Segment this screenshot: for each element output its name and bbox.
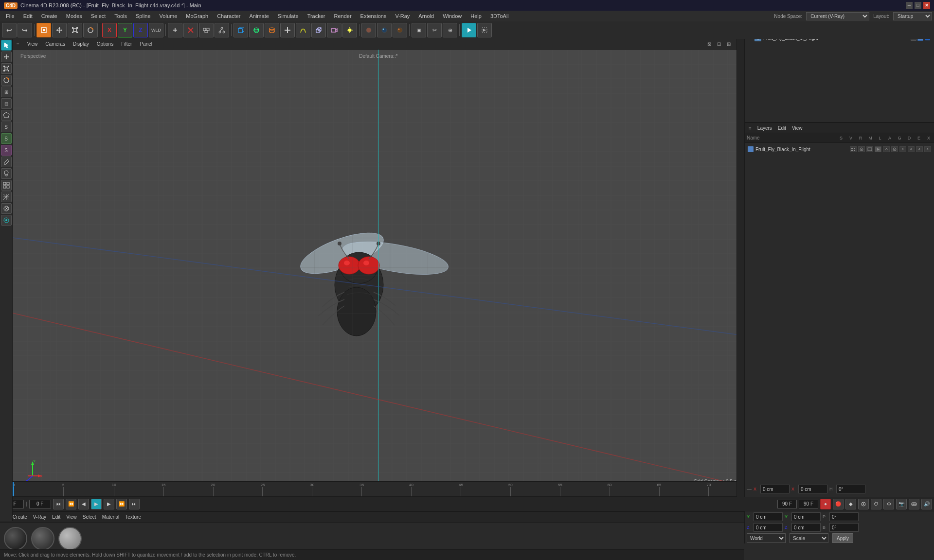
object-mode-button[interactable] (36, 23, 51, 37)
left-grid2-tool[interactable] (1, 192, 12, 202)
cylinder-button[interactable] (265, 23, 279, 37)
mat-menu-vray[interactable]: V-Ray (31, 514, 48, 520)
maximize-button[interactable]: □ (915, 2, 921, 9)
play-first-button[interactable]: ⏮ (53, 499, 64, 509)
world-dropdown[interactable]: World Object Local (747, 533, 786, 543)
frame-start[interactable] (29, 500, 51, 508)
parent-button[interactable] (215, 23, 229, 37)
layer-icon-g[interactable]: ✗ (899, 146, 906, 152)
key-button[interactable]: ◆ (845, 499, 856, 509)
menu-help[interactable]: Help (467, 12, 485, 20)
vp-icon-3[interactable]: ⊞ (725, 40, 733, 48)
menu-select[interactable]: Select (87, 12, 110, 20)
motion-button[interactable] (858, 499, 869, 509)
layer-icon-e[interactable]: ✗ (916, 146, 923, 152)
pos-z2-field[interactable] (791, 523, 821, 532)
play-prev-frame-button[interactable]: ◀ (78, 499, 89, 509)
menu-vray[interactable]: V-Ray (391, 12, 413, 20)
pos-y2-field[interactable] (791, 512, 821, 521)
vp-icon-1[interactable]: ⊠ (705, 40, 713, 48)
pos-y-field[interactable] (754, 512, 783, 521)
left-polygon-tool[interactable] (1, 110, 12, 121)
menu-character[interactable]: Character (213, 12, 244, 20)
sound-button[interactable]: 🔊 (921, 499, 932, 509)
delete-object-button[interactable] (183, 23, 198, 37)
node-space-dropdown[interactable]: Current (V-Ray) (806, 12, 869, 20)
viewport-menu-options[interactable]: Options (95, 41, 115, 47)
vr-button[interactable] (909, 499, 919, 509)
left-tool-15[interactable] (1, 203, 12, 214)
menu-tools[interactable]: Tools (110, 12, 131, 20)
left-rotate-tool[interactable] (1, 75, 12, 86)
layers-menu-view[interactable]: View (790, 125, 805, 131)
layer-icon-s[interactable] (850, 146, 857, 152)
left-s2-tool[interactable]: S (1, 145, 12, 156)
size-b-field[interactable] (829, 523, 859, 532)
layer-icon-l[interactable] (883, 146, 890, 152)
scale-dropdown[interactable]: Scale Move Rotate (790, 533, 828, 543)
menu-volume[interactable]: Volume (156, 12, 181, 20)
layer-icon-r[interactable] (866, 146, 873, 152)
render-region-button[interactable] (477, 23, 492, 37)
pos-x-field[interactable] (760, 485, 790, 493)
menu-tracker[interactable]: Tracker (304, 12, 329, 20)
z-axis-button[interactable]: Z (133, 23, 148, 37)
deformer-button[interactable] (393, 23, 407, 37)
rotate-tool-button[interactable] (83, 23, 98, 37)
left-move-tool[interactable] (1, 52, 12, 62)
frame-fps-input[interactable] (799, 500, 818, 508)
vp-icon-2[interactable]: ⊡ (715, 40, 723, 48)
undo-button[interactable]: ↩ (2, 23, 17, 37)
menu-animate[interactable]: Animate (245, 12, 272, 20)
viewport-menu-display[interactable]: Display (71, 41, 91, 47)
titlebar-controls[interactable]: ─ □ ✕ (906, 2, 930, 9)
extrude-button[interactable] (311, 23, 326, 37)
x-axis-button[interactable]: X (102, 23, 117, 37)
minimize-button[interactable]: ─ (906, 2, 913, 9)
viewport-menu-filter[interactable]: Filter (119, 41, 134, 47)
play-last-button[interactable]: ⏭ (129, 499, 140, 509)
size-p-field[interactable] (829, 512, 859, 521)
select-all-button[interactable]: ▣ (412, 23, 426, 37)
menu-edit[interactable]: Edit (19, 12, 36, 20)
weld-button[interactable]: ⊕ (443, 23, 457, 37)
layer-item-fruitfly[interactable]: Fruit_Fly_Black_In_Flight ▶ (746, 144, 933, 155)
viewport-content[interactable]: Perspective Default Camera::* (13, 50, 744, 486)
mat-menu-select[interactable]: Select (81, 514, 98, 520)
left-scale-tool[interactable] (1, 63, 12, 74)
scale-tool-button[interactable] (68, 23, 82, 37)
timeline-button[interactable]: ⏱ (871, 499, 881, 509)
left-s-tool[interactable]: S (1, 133, 12, 144)
camera-button[interactable] (327, 23, 341, 37)
pos-x2-field[interactable] (798, 485, 827, 493)
material-button[interactable] (361, 23, 376, 37)
menu-mograph[interactable]: MoGraph (182, 12, 212, 20)
pos-z-field[interactable] (754, 523, 783, 532)
null-button[interactable] (280, 23, 295, 37)
viewport-menu-view[interactable]: View (25, 41, 40, 47)
camera-record-button[interactable]: 📷 (896, 499, 907, 509)
left-paint-tool[interactable] (1, 168, 12, 179)
menu-simulate[interactable]: Simulate (274, 12, 303, 20)
knife-button[interactable]: ✂ (427, 23, 442, 37)
menu-extensions[interactable]: Extensions (357, 12, 391, 20)
move-tool-button[interactable] (52, 23, 67, 37)
close-button[interactable]: ✕ (923, 2, 930, 9)
layer-icon-a[interactable] (891, 146, 898, 152)
apply-button[interactable]: Apply (832, 533, 853, 543)
menu-spline[interactable]: Spline (132, 12, 155, 20)
layout-dropdown[interactable]: Startup (893, 12, 932, 20)
light-button[interactable] (342, 23, 357, 37)
mat-menu-material[interactable]: Material (100, 514, 122, 520)
left-brush-tool[interactable] (1, 157, 12, 167)
layer-icon-x[interactable]: ✗ (924, 146, 931, 152)
world-axis-button[interactable]: WLD (149, 23, 163, 37)
viewport-menu-panel[interactable]: Panel (138, 41, 154, 47)
record-button[interactable]: ● (820, 499, 831, 509)
frame-end-input[interactable] (777, 500, 797, 508)
left-tool-5[interactable]: ⊞ (1, 87, 12, 97)
mat-menu-view[interactable]: View (64, 514, 79, 520)
menu-3dtoall[interactable]: 3DToAll (486, 12, 513, 20)
menu-file[interactable]: File (2, 12, 18, 20)
viewport-menu-cameras[interactable]: Cameras (43, 41, 67, 47)
